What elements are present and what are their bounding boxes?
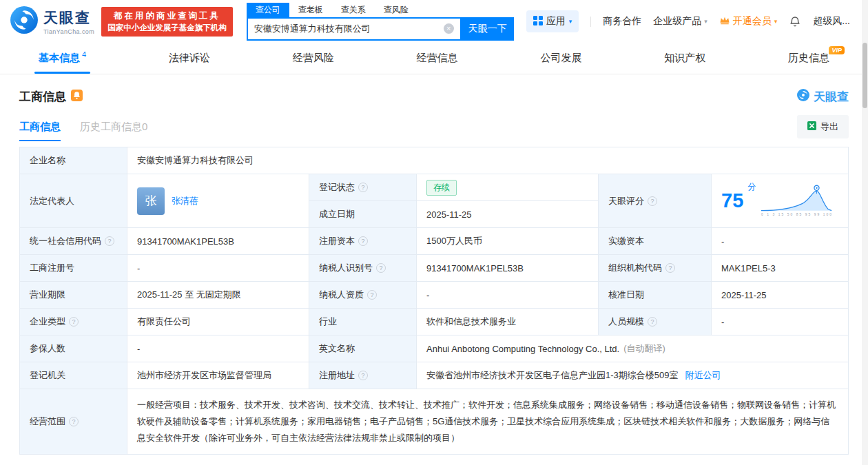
notifications-bell-icon[interactable]: [789, 15, 801, 28]
legal-rep-avatar[interactable]: 张: [137, 187, 165, 215]
help-icon[interactable]: ?: [648, 196, 657, 206]
tianyancha-logo[interactable]: 天眼查 TianYanCha.com: [10, 6, 94, 37]
section-title: 工商信息: [19, 89, 66, 105]
staff-size-value: -: [712, 309, 848, 335]
nearby-companies-link[interactable]: 附近公司: [685, 369, 721, 382]
tab-intellectual-property[interactable]: 知识产权: [648, 43, 722, 74]
subtab-business-registration[interactable]: 工商信息: [19, 121, 61, 141]
tab-basic-info[interactable]: 基本信息 4: [22, 43, 103, 74]
nav-open-membership[interactable]: 开通会员 ▾: [719, 15, 778, 28]
content-area: 工商信息 天眼查 工商信息 历史工商信息0: [0, 88, 868, 455]
search-tabs: 查公司 查老板 查关系 查风险: [247, 3, 514, 17]
score-label: 天眼评分 ?: [599, 174, 712, 228]
apps-menu[interactable]: 应用 ▾: [526, 10, 579, 32]
nav-enterprise-products[interactable]: 企业级产品 ▾: [653, 15, 707, 28]
paid-capital-label: 实缴资本: [599, 228, 712, 255]
tab-operating-risk-label: 经营风险: [293, 52, 334, 65]
help-icon[interactable]: ?: [69, 417, 79, 426]
legal-rep-value: 张 张清蓓: [127, 174, 309, 228]
help-icon[interactable]: ?: [367, 290, 377, 300]
help-icon[interactable]: ?: [69, 317, 79, 327]
tab-legal-label: 法律诉讼: [169, 52, 210, 65]
export-button[interactable]: 导出: [797, 115, 849, 138]
org-code-label: 组织机构代码 ?: [599, 255, 712, 282]
tab-company-development[interactable]: 公司发展: [524, 43, 598, 74]
company-name-label: 企业名称: [20, 147, 127, 174]
top-nav: 应用 ▾ 商务合作 企业级产品 ▾ 开通会员 ▾: [526, 10, 850, 32]
registered-address-label: 注册地址 ?: [309, 362, 417, 389]
reg-number-value: -: [127, 255, 309, 282]
search-button[interactable]: 天眼一下: [462, 17, 514, 41]
chevron-down-icon: ▾: [704, 18, 707, 25]
svg-text:0 1 3 15 50 85 95 99 100: 0 1 3 15 50 85 95 99 100: [761, 213, 831, 216]
company-tabs: 基本信息 4 法律诉讼 经营风险 经营信息 公司发展 知识产权 历史信息 VIP: [0, 43, 868, 74]
announcement-icon[interactable]: [71, 90, 83, 104]
approval-date-value: 2025-11-25: [712, 282, 848, 309]
company-type-value: 有限责任公司: [127, 309, 309, 335]
company-name-value: 安徽安博通算力科技有限公司: [127, 147, 848, 174]
search-tab-boss[interactable]: 查老板: [289, 3, 332, 17]
help-icon[interactable]: ?: [665, 263, 675, 273]
slogan-line2: 国家中小企业发展子基金旗下机构: [107, 22, 227, 33]
clear-search-icon[interactable]: ×: [444, 23, 454, 34]
business-term-value: 2025-11-25 至 无固定期限: [127, 282, 309, 309]
legal-rep-label: 法定代表人: [20, 174, 127, 228]
industry-label: 行业: [309, 309, 417, 335]
logo-domain-text: TianYanCha.com: [43, 28, 94, 35]
business-term-label: 营业期限: [20, 282, 127, 309]
crown-icon: [719, 16, 730, 27]
tab-legal-proceedings[interactable]: 法律诉讼: [152, 43, 227, 74]
registered-address-value: 安徽省池州市经济技术开发区电子信息产业园1-3期综合楼509室 附近公司: [417, 362, 848, 389]
chevron-down-icon: ▾: [569, 18, 572, 25]
scrollbar[interactable]: [862, 0, 868, 465]
nav-membership-label: 开通会员: [733, 15, 772, 28]
help-icon[interactable]: ?: [376, 263, 386, 273]
tab-company-development-label: 公司发展: [540, 52, 581, 65]
tianyancha-watermark-icon: [796, 88, 810, 105]
tab-business-info[interactable]: 经营信息: [400, 43, 475, 74]
help-icon[interactable]: ?: [358, 183, 368, 192]
scrollbar-thumb[interactable]: [862, 43, 867, 108]
search-input[interactable]: [248, 23, 444, 34]
tab-history-label: 历史信息: [788, 52, 829, 65]
tab-basic-info-label: 基本信息: [39, 52, 80, 65]
tab-history-info[interactable]: 历史信息 VIP: [772, 43, 846, 74]
watermark-label: 天眼查: [814, 89, 849, 105]
tab-basic-info-count: 4: [82, 50, 86, 59]
help-icon[interactable]: ?: [105, 236, 114, 246]
org-code-value: MAK1PEL5-3: [712, 255, 848, 282]
nav-business-coop[interactable]: 商务合作: [603, 15, 641, 28]
business-scope-label: 经营范围 ?: [20, 389, 127, 454]
tab-ip-label: 知识产权: [664, 52, 705, 65]
tab-business-info-label: 经营信息: [417, 52, 458, 65]
nav-super-risk[interactable]: 超级风...: [813, 15, 850, 28]
help-icon[interactable]: ?: [358, 236, 368, 246]
tianyancha-logo-icon: [10, 6, 39, 37]
tab-operating-risk[interactable]: 经营风险: [276, 43, 351, 74]
chevron-down-icon: ▾: [774, 18, 778, 25]
auto-translate-note: (自动翻译): [623, 342, 665, 355]
taxpayer-quality-label: 纳税人资质 ?: [309, 282, 417, 309]
taxpayer-id-value: 91341700MAK1PEL53B: [417, 255, 599, 282]
paid-capital-value: -: [712, 228, 848, 255]
subtab-history-registration[interactable]: 历史工商信息0: [80, 121, 147, 141]
help-icon[interactable]: ?: [358, 371, 368, 380]
legal-rep-name-link[interactable]: 张清蓓: [172, 195, 198, 207]
credit-code-value: 91341700MAK1PEL53B: [127, 228, 309, 255]
establish-date-value: 2025-11-25: [417, 201, 599, 228]
search-tab-relation[interactable]: 查关系: [332, 3, 375, 17]
reg-capital-label: 注册资本 ?: [309, 228, 417, 255]
help-icon[interactable]: ?: [648, 317, 657, 327]
taxpayer-id-label: 纳税人识别号 ?: [309, 255, 417, 282]
approval-date-label: 核准日期: [599, 282, 712, 309]
search-tab-company[interactable]: 查公司: [247, 3, 289, 17]
score-unit: 分: [747, 181, 756, 193]
search-tab-risk[interactable]: 查风险: [375, 3, 417, 17]
score-chart: 0 1 3 15 50 85 95 99 100: [760, 183, 834, 218]
logo-brand-text: 天眼查: [43, 8, 94, 28]
english-name-value: Anhui Anbotong Computing Technology Co.,…: [417, 335, 848, 362]
nav-super-risk-label: 超级风...: [813, 15, 850, 28]
slogan-badge: 都在用的商业查询工具 国家中小企业发展子基金旗下机构: [101, 7, 233, 37]
vip-badge: VIP: [829, 46, 845, 54]
credit-code-label: 统一社会信用代码 ?: [20, 228, 127, 255]
